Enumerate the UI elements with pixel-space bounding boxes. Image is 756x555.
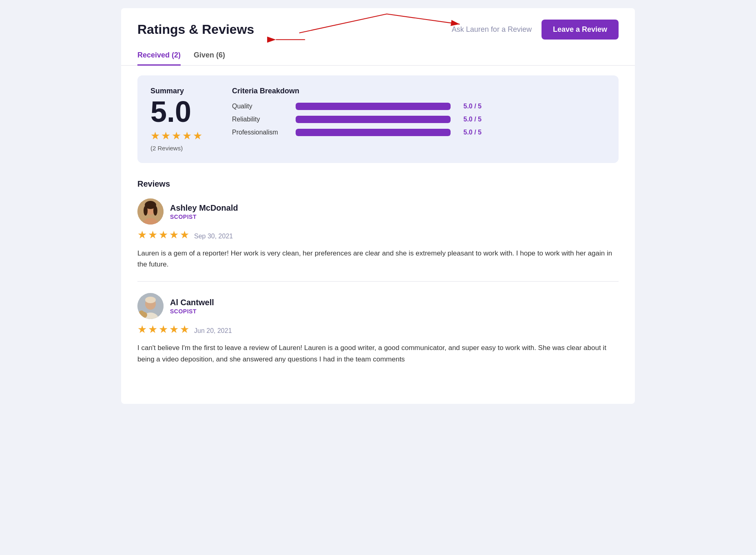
criteria-name-professionalism: Professionalism xyxy=(232,129,289,136)
review-meta-al: ★ ★ ★ ★ ★ Jun 20, 2021 xyxy=(137,323,619,338)
criteria-score-professionalism: 5.0 / 5 xyxy=(457,129,482,136)
star-5: ★ xyxy=(193,130,202,142)
svg-point-13 xyxy=(139,311,144,315)
avatar-al xyxy=(137,293,164,319)
r2-star-5: ★ xyxy=(180,323,189,336)
criteria-title: Criteria Breakdown xyxy=(232,87,606,95)
review-text-al: I can't believe I'm the first to leave a… xyxy=(137,342,619,364)
r2-star-2: ★ xyxy=(148,323,157,336)
criteria-name-quality: Quality xyxy=(232,103,289,110)
r1-star-3: ★ xyxy=(159,229,168,241)
criteria-bar-bg-professionalism xyxy=(296,129,451,136)
avatar-ashley xyxy=(137,198,164,225)
r2-star-4: ★ xyxy=(169,323,179,336)
ask-review-link[interactable]: Ask Lauren for a Review xyxy=(452,25,532,34)
criteria-row-professionalism: Professionalism 5.0 / 5 xyxy=(232,129,606,136)
reviewer-row-al: Al Cantwell SCOPIST xyxy=(137,293,619,319)
reviewer-name-ashley: Ashley McDonald xyxy=(170,203,238,213)
svg-point-11 xyxy=(145,297,156,303)
review-item-al: Al Cantwell SCOPIST ★ ★ ★ ★ ★ Jun 20, 20… xyxy=(137,293,619,376)
reviewer-role-al: SCOPIST xyxy=(170,308,214,315)
svg-point-5 xyxy=(144,206,148,216)
r1-star-2: ★ xyxy=(148,229,157,241)
tab-received[interactable]: Received (2) xyxy=(137,46,181,66)
page-title: Ratings & Reviews xyxy=(137,22,254,37)
summary-stars: ★ ★ ★ ★ ★ xyxy=(150,130,202,142)
summary-left: Summary 5.0 ★ ★ ★ ★ ★ (2 Reviews) xyxy=(150,87,208,152)
criteria-name-reliability: Reliability xyxy=(232,116,289,123)
page-container: Ratings & Reviews Ask Lauren for a Revie… xyxy=(121,8,635,404)
summary-score: 5.0 xyxy=(150,97,191,126)
tabs-container: Received (2) Given (6) xyxy=(121,46,635,66)
reviews-title: Reviews xyxy=(137,179,619,189)
star-3: ★ xyxy=(172,130,181,142)
star-1: ★ xyxy=(150,130,160,142)
reviewer-name-al: Al Cantwell xyxy=(170,298,214,307)
summary-label: Summary xyxy=(150,87,184,95)
criteria-row-quality: Quality 5.0 / 5 xyxy=(232,103,606,110)
header: Ratings & Reviews Ask Lauren for a Revie… xyxy=(121,8,635,46)
star-4: ★ xyxy=(182,130,192,142)
criteria-bar-bg-quality xyxy=(296,103,451,110)
summary-inner: Summary 5.0 ★ ★ ★ ★ ★ (2 Reviews) Criter… xyxy=(150,87,606,152)
criteria-row-reliability: Reliability 5.0 / 5 xyxy=(232,116,606,123)
criteria-section: Criteria Breakdown Quality 5.0 / 5 Relia… xyxy=(232,87,606,142)
review-meta-ashley: ★ ★ ★ ★ ★ Sep 30, 2021 xyxy=(137,229,619,244)
avatar-ashley-svg xyxy=(137,198,164,225)
criteria-bar-bg-reliability xyxy=(296,116,451,123)
star-2: ★ xyxy=(161,130,170,142)
r2-star-3: ★ xyxy=(159,323,168,336)
reviewer-info-al: Al Cantwell SCOPIST xyxy=(170,298,214,315)
review-stars-al: ★ ★ ★ ★ ★ xyxy=(137,323,189,336)
review-date-al: Jun 20, 2021 xyxy=(194,327,232,335)
leave-review-button[interactable]: Leave a Review xyxy=(542,20,619,40)
avatar-al-svg xyxy=(137,293,164,319)
review-item-ashley: Ashley McDonald SCOPIST ★ ★ ★ ★ ★ Sep 30… xyxy=(137,198,619,282)
criteria-score-quality: 5.0 / 5 xyxy=(457,103,482,110)
criteria-score-reliability: 5.0 / 5 xyxy=(457,116,482,123)
summary-section: Summary 5.0 ★ ★ ★ ★ ★ (2 Reviews) Criter… xyxy=(137,75,619,163)
review-date-ashley: Sep 30, 2021 xyxy=(194,233,233,240)
r2-star-1: ★ xyxy=(137,323,147,336)
svg-point-6 xyxy=(153,206,157,216)
review-stars-ashley: ★ ★ ★ ★ ★ xyxy=(137,229,189,241)
reviews-count: (2 Reviews) xyxy=(150,145,183,152)
criteria-bar-fill-professionalism xyxy=(296,129,451,136)
reviews-section: Reviews xyxy=(121,173,635,404)
r1-star-4: ★ xyxy=(169,229,179,241)
reviewer-info-ashley: Ashley McDonald SCOPIST xyxy=(170,203,238,220)
header-actions: Ask Lauren for a Review Leave a Review xyxy=(452,20,619,40)
criteria-bar-fill-reliability xyxy=(296,116,451,123)
tab-given[interactable]: Given (6) xyxy=(194,46,225,66)
review-text-ashley: Lauren is a gem of a reporter! Her work … xyxy=(137,248,619,270)
reviewer-row-ashley: Ashley McDonald SCOPIST xyxy=(137,198,619,225)
reviewer-role-ashley: SCOPIST xyxy=(170,214,238,220)
r1-star-1: ★ xyxy=(137,229,147,241)
criteria-bar-fill-quality xyxy=(296,103,451,110)
r1-star-5: ★ xyxy=(180,229,189,241)
